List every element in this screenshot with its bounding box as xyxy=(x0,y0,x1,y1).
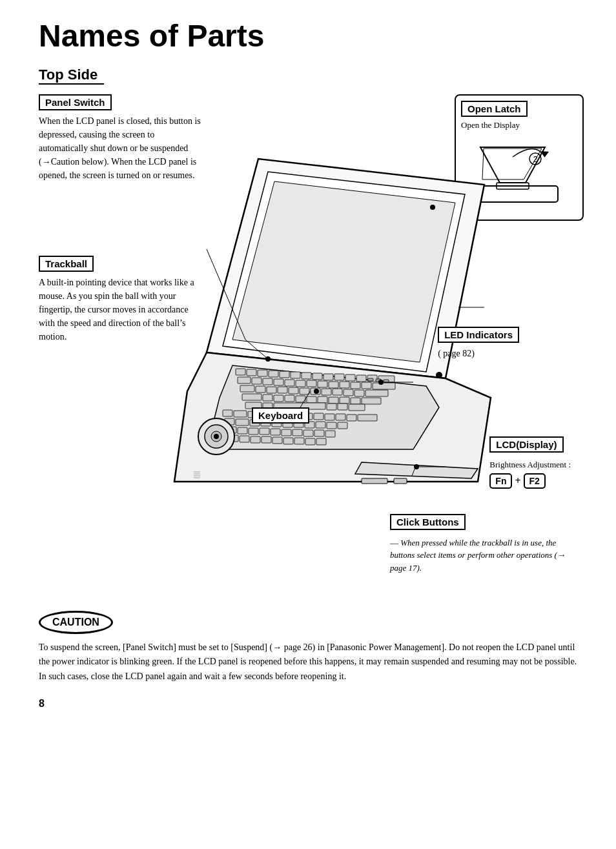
svg-rect-100 xyxy=(240,436,249,442)
svg-rect-64 xyxy=(349,404,365,411)
svg-point-123 xyxy=(430,205,435,210)
brightness-label: Brightness Adjustment : xyxy=(489,460,571,470)
svg-rect-17 xyxy=(323,374,333,380)
svg-rect-76 xyxy=(347,414,356,421)
svg-rect-86 xyxy=(316,422,325,428)
svg-rect-16 xyxy=(313,373,322,380)
svg-rect-57 xyxy=(351,398,360,404)
svg-rect-14 xyxy=(291,372,300,378)
svg-rect-11 xyxy=(258,370,267,376)
svg-rect-33 xyxy=(351,382,360,389)
click-buttons-label: Click Buttons xyxy=(390,514,466,530)
svg-rect-75 xyxy=(336,414,345,420)
lcd-section: LCD(Display) Brightness Adjustment : Fn … xyxy=(489,436,571,489)
svg-rect-25 xyxy=(263,378,272,385)
svg-rect-90 xyxy=(238,427,247,434)
brightness-keys: Fn + F2 xyxy=(489,473,571,489)
svg-rect-45 xyxy=(344,389,353,396)
svg-rect-40 xyxy=(289,387,298,394)
led-indicators-section: LED Indicators ( page 82) xyxy=(438,327,519,359)
caution-section: CAUTION To suspend the screen, [Panel Sw… xyxy=(39,611,584,684)
svg-rect-36 xyxy=(240,385,254,392)
svg-rect-96 xyxy=(303,430,313,436)
caution-text: To suspend the screen, [Panel Switch] mu… xyxy=(39,640,584,684)
svg-rect-10 xyxy=(247,369,256,376)
caution-label: CAUTION xyxy=(39,611,113,634)
svg-rect-79 xyxy=(236,419,249,425)
svg-rect-65 xyxy=(223,410,232,416)
svg-rect-50 xyxy=(274,395,283,402)
svg-rect-102 xyxy=(262,436,271,443)
svg-rect-73 xyxy=(314,413,323,420)
svg-rect-19 xyxy=(345,374,355,381)
click-buttons-description: — When pressed while the trackball is in… xyxy=(390,537,571,575)
svg-rect-46 xyxy=(354,390,364,396)
svg-point-125 xyxy=(314,389,319,394)
svg-rect-35 xyxy=(373,383,395,389)
svg-rect-15 xyxy=(302,373,311,379)
svg-rect-54 xyxy=(318,396,327,403)
lcd-label: LCD(Display) xyxy=(489,436,563,453)
svg-rect-97 xyxy=(314,430,324,436)
svg-rect-94 xyxy=(282,429,291,436)
svg-rect-63 xyxy=(338,404,347,410)
svg-rect-66 xyxy=(234,411,247,417)
svg-rect-18 xyxy=(334,374,344,380)
svg-rect-105 xyxy=(294,438,304,444)
svg-rect-48 xyxy=(242,394,262,400)
keyboard-annotation: Keyboard xyxy=(252,407,309,427)
svg-point-126 xyxy=(214,434,219,439)
svg-rect-9 xyxy=(236,369,245,375)
keyboard-label: Keyboard xyxy=(252,407,309,424)
svg-rect-44 xyxy=(333,389,342,395)
svg-rect-62 xyxy=(327,404,336,410)
svg-rect-74 xyxy=(325,414,334,420)
svg-rect-117 xyxy=(362,478,387,484)
svg-rect-106 xyxy=(305,438,315,445)
svg-rect-29 xyxy=(307,380,316,387)
svg-rect-101 xyxy=(251,436,260,443)
svg-rect-38 xyxy=(267,387,276,393)
svg-rect-91 xyxy=(249,428,258,435)
svg-rect-13 xyxy=(280,371,289,378)
led-indicators-label: LED Indicators xyxy=(438,327,519,343)
laptop-diagram xyxy=(168,120,510,520)
svg-rect-92 xyxy=(260,428,269,435)
svg-rect-103 xyxy=(272,437,282,444)
svg-rect-26 xyxy=(274,379,283,385)
svg-rect-88 xyxy=(338,422,347,429)
svg-rect-32 xyxy=(340,382,349,388)
svg-rect-39 xyxy=(278,387,287,393)
svg-rect-49 xyxy=(263,394,272,401)
f2-key: F2 xyxy=(524,473,546,489)
svg-rect-104 xyxy=(283,438,293,444)
svg-rect-24 xyxy=(252,378,262,384)
svg-rect-107 xyxy=(316,438,326,445)
svg-rect-43 xyxy=(322,389,331,395)
svg-rect-41 xyxy=(300,388,309,394)
svg-rect-87 xyxy=(327,422,336,429)
led-page-ref: ( page 82) xyxy=(438,349,519,359)
svg-rect-20 xyxy=(356,375,366,382)
svg-rect-27 xyxy=(285,380,294,386)
svg-text:2: 2 xyxy=(533,155,538,164)
open-latch-label: Open Latch xyxy=(461,101,528,117)
svg-rect-55 xyxy=(329,397,338,404)
svg-rect-58 xyxy=(362,398,381,404)
svg-rect-93 xyxy=(271,429,280,435)
svg-rect-28 xyxy=(296,380,305,387)
svg-rect-30 xyxy=(318,381,327,387)
svg-rect-53 xyxy=(307,396,316,403)
svg-rect-31 xyxy=(329,382,338,388)
svg-rect-23 xyxy=(238,377,251,384)
svg-rect-118 xyxy=(394,478,407,484)
svg-rect-37 xyxy=(256,386,265,393)
click-buttons-section: Click Buttons — When pressed while the t… xyxy=(390,514,571,575)
svg-rect-98 xyxy=(325,431,335,437)
panel-switch-label: Panel Switch xyxy=(39,94,112,110)
svg-rect-77 xyxy=(358,414,377,421)
fn-key: Fn xyxy=(489,473,512,489)
svg-rect-56 xyxy=(340,397,349,404)
trackball-label: Trackball xyxy=(39,256,94,272)
section-title: Top Side xyxy=(39,66,104,85)
